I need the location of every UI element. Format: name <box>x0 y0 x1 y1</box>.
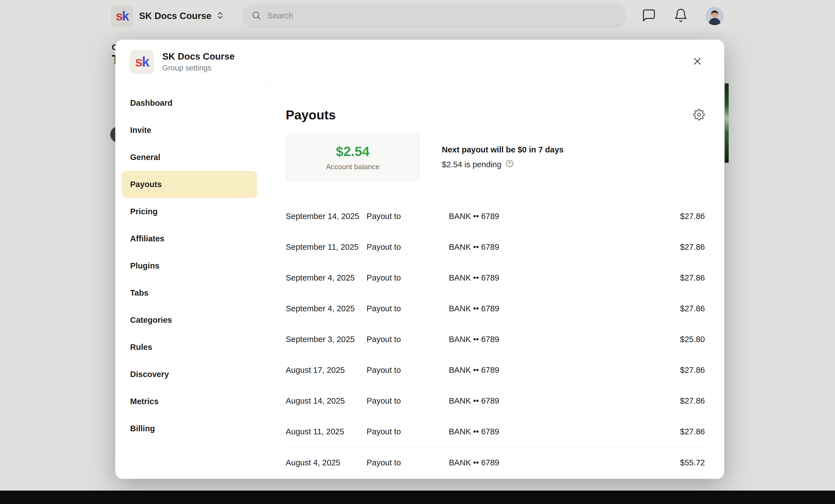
payout-amount: $27.86 <box>680 427 705 436</box>
sidebar-item-pricing[interactable]: Pricing <box>121 198 257 225</box>
payout-description: Payout to <box>367 335 449 344</box>
app-screen: sk SK Docs Course <box>0 0 835 504</box>
group-logo: sk <box>130 50 154 74</box>
page-title: Payouts <box>286 107 336 123</box>
payout-row[interactable]: September 3, 2025 Payout to BANK •• 6789… <box>286 324 705 355</box>
payout-settings-button[interactable] <box>693 109 705 121</box>
balance-section: $2.54 Account balance Next payout will b… <box>286 133 705 182</box>
sidebar-item-payouts[interactable]: Payouts <box>121 171 257 198</box>
sidebar-item-dashboard[interactable]: Dashboard <box>121 89 257 117</box>
close-button[interactable] <box>691 55 704 68</box>
account-balance-amount: $2.54 <box>336 144 369 159</box>
modal-title: SK Docs Course <box>162 51 235 62</box>
payout-account: BANK •• 6789 <box>449 396 680 405</box>
payout-row[interactable]: August 17, 2025 Payout to BANK •• 6789 $… <box>286 355 705 386</box>
payout-description: Payout to <box>367 243 449 252</box>
payout-row[interactable]: August 14, 2025 Payout to BANK •• 6789 $… <box>286 386 705 417</box>
payout-description: Payout to <box>367 396 449 405</box>
payout-description: Payout to <box>367 304 449 313</box>
pending-text: $2.54 is pending <box>442 160 502 169</box>
payout-row[interactable]: September 11, 2025 Payout to BANK •• 678… <box>286 232 705 262</box>
sidebar-item-billing[interactable]: Billing <box>121 415 257 442</box>
next-payout-info: Next payout will be $0 in 7 days $2.54 i… <box>442 133 564 182</box>
payouts-header: Payouts <box>286 107 705 123</box>
payout-date: September 11, 2025 <box>286 243 367 252</box>
payout-date: September 3, 2025 <box>286 335 367 344</box>
payout-row[interactable]: August 4, 2025 Payout to BANK •• 6789 $5… <box>286 447 705 478</box>
close-icon <box>692 56 702 67</box>
modal-subtitle: Group settings <box>162 64 235 72</box>
payout-amount: $27.86 <box>680 304 705 313</box>
payout-row[interactable]: September 4, 2025 Payout to BANK •• 6789… <box>286 293 705 324</box>
modal-body: Dashboard Invite General Payouts Pricing… <box>115 84 724 479</box>
payout-amount: $27.86 <box>680 212 705 221</box>
sidebar-item-rules[interactable]: Rules <box>121 334 257 361</box>
payout-account: BANK •• 6789 <box>449 365 680 375</box>
payouts-panel: Payouts $2.54 Account balance Next payou… <box>267 84 724 479</box>
sidebar-item-general[interactable]: General <box>121 144 257 171</box>
payout-amount: $27.86 <box>680 396 705 405</box>
sidebar-item-tabs[interactable]: Tabs <box>121 279 257 307</box>
payout-account: BANK •• 6789 <box>449 243 680 252</box>
settings-sidebar: Dashboard Invite General Payouts Pricing… <box>115 84 267 479</box>
payout-row[interactable]: September 4, 2025 Payout to BANK •• 6789… <box>286 262 705 293</box>
payout-date: September 4, 2025 <box>286 304 367 313</box>
payout-amount: $55.72 <box>680 458 705 467</box>
group-logo-letter-s: s <box>135 54 142 70</box>
payout-account: BANK •• 6789 <box>449 273 680 282</box>
payout-date: August 14, 2025 <box>286 396 367 405</box>
payout-row[interactable]: September 14, 2025 Payout to BANK •• 678… <box>286 201 705 232</box>
account-balance-card: $2.54 Account balance <box>286 133 420 182</box>
payout-date: August 17, 2025 <box>286 365 367 375</box>
account-balance-label: Account balance <box>326 163 380 171</box>
payout-row[interactable]: August 11, 2025 Payout to BANK •• 6789 $… <box>286 417 705 447</box>
payout-description: Payout to <box>367 273 449 282</box>
payout-date: September 4, 2025 <box>286 273 367 282</box>
sidebar-item-categories[interactable]: Categories <box>121 307 257 334</box>
sidebar-item-plugins[interactable]: Plugins <box>121 252 257 279</box>
payout-account: BANK •• 6789 <box>449 212 680 221</box>
payout-description: Payout to <box>367 458 449 467</box>
sidebar-item-metrics[interactable]: Metrics <box>121 388 257 415</box>
payout-amount: $25.80 <box>680 335 705 344</box>
payout-account: BANK •• 6789 <box>449 458 680 467</box>
payout-amount: $27.86 <box>680 365 705 375</box>
payout-account: BANK •• 6789 <box>449 304 680 313</box>
sidebar-item-affiliates[interactable]: Affiliates <box>121 225 257 252</box>
payout-amount: $27.86 <box>680 243 705 252</box>
modal-header: sk SK Docs Course Group settings <box>115 40 724 84</box>
payout-account: BANK •• 6789 <box>449 427 680 436</box>
payout-description: Payout to <box>367 212 449 221</box>
group-logo-letter-k: k <box>142 54 149 70</box>
payout-description: Payout to <box>367 365 449 375</box>
payout-amount: $27.86 <box>680 273 705 282</box>
payout-account: BANK •• 6789 <box>449 335 680 344</box>
group-settings-modal: sk SK Docs Course Group settings Dashboa… <box>115 40 724 479</box>
pending-line: $2.54 is pending <box>442 160 564 170</box>
sidebar-item-invite[interactable]: Invite <box>121 117 257 144</box>
payout-date: September 14, 2025 <box>286 212 367 221</box>
next-payout-text: Next payout will be $0 in 7 days <box>442 145 564 154</box>
payout-date: August 11, 2025 <box>286 427 367 436</box>
sidebar-item-discovery[interactable]: Discovery <box>121 361 257 388</box>
help-icon[interactable] <box>505 160 514 170</box>
modal-titles: SK Docs Course Group settings <box>162 51 235 72</box>
payout-history-table: September 14, 2025 Payout to BANK •• 678… <box>286 201 705 478</box>
gear-icon <box>693 109 705 121</box>
payout-description: Payout to <box>367 427 449 436</box>
payout-date: August 4, 2025 <box>286 458 367 467</box>
